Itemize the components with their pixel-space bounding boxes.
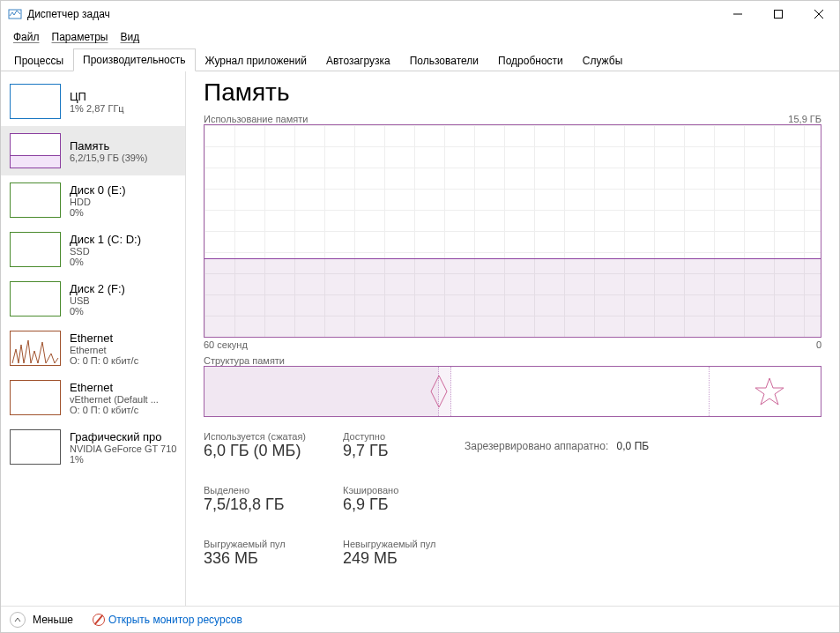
svg-marker-5 bbox=[431, 376, 447, 407]
svg-marker-6 bbox=[755, 378, 784, 405]
disk-thumbnail bbox=[10, 182, 61, 218]
diamond-icon bbox=[429, 374, 449, 409]
sidebar-item-label: Диск 2 (F:) bbox=[70, 282, 125, 295]
sidebar-item-label: Ethernet bbox=[70, 381, 159, 394]
memory-usage-chart[interactable] bbox=[204, 124, 821, 338]
chart-xright: 0 bbox=[816, 339, 821, 350]
menu-options[interactable]: Параметры bbox=[47, 29, 114, 45]
sidebar-item-gpu[interactable]: Графический про NVIDIA GeForce GT 710 1% bbox=[1, 422, 185, 472]
sidebar-item-label: ЦП bbox=[70, 90, 124, 103]
svg-rect-2 bbox=[775, 11, 783, 19]
stat-label: Зарезервировано аппаратно: bbox=[465, 440, 608, 452]
sidebar-item-disk2[interactable]: Диск 2 (F:) USB 0% bbox=[1, 274, 185, 324]
stat-label: Выделено bbox=[204, 485, 318, 495]
ethernet-thumbnail bbox=[10, 380, 61, 415]
stat-label: Доступно bbox=[343, 431, 440, 442]
stat-value: 7,5/18,8 ГБ bbox=[204, 495, 318, 514]
sidebar-item-label: Графический про bbox=[70, 430, 176, 443]
chart-title: Использование памяти bbox=[204, 114, 308, 124]
window-title: Диспетчер задач bbox=[27, 8, 717, 20]
tab-details[interactable]: Подробности bbox=[488, 49, 573, 71]
sidebar-item-label: Диск 0 (E:) bbox=[70, 183, 126, 197]
stat-value: 9,7 ГБ bbox=[343, 442, 440, 460]
open-resource-monitor-link[interactable]: Открыть монитор ресурсов bbox=[93, 614, 242, 626]
star-icon bbox=[754, 376, 785, 406]
tab-services[interactable]: Службы bbox=[573, 49, 632, 71]
stat-label: Кэшировано bbox=[343, 485, 440, 495]
maximize-button[interactable] bbox=[758, 1, 799, 27]
menubar: Файл Параметры Вид bbox=[1, 27, 839, 47]
chart-ymax: 15,9 ГБ bbox=[788, 114, 821, 124]
tab-processes[interactable]: Процессы bbox=[4, 49, 73, 71]
sidebar-item-ethernet1[interactable]: Ethernet vEthernet (Default ... О: 0 П: … bbox=[1, 373, 185, 422]
ethernet-thumbnail bbox=[10, 331, 61, 366]
tabbar: Процессы Производительность Журнал прило… bbox=[1, 47, 839, 71]
chart-xleft: 60 секунд bbox=[204, 339, 248, 350]
app-icon bbox=[8, 7, 22, 21]
titlebar: Диспетчер задач bbox=[1, 1, 839, 27]
sidebar-item-cpu[interactable]: ЦП 1% 2,87 ГГц bbox=[1, 77, 185, 126]
stat-value: 6,9 ГБ bbox=[343, 495, 440, 514]
stat-label: Невыгружаемый пул bbox=[343, 539, 440, 549]
disk-thumbnail bbox=[10, 281, 61, 316]
resource-monitor-icon bbox=[93, 614, 105, 626]
composition-title: Структура памяти bbox=[204, 355, 285, 366]
sidebar-item-disk1[interactable]: Диск 1 (C: D:) SSD 0% bbox=[1, 225, 185, 274]
tab-app-history[interactable]: Журнал приложений bbox=[196, 49, 316, 71]
tab-users[interactable]: Пользователи bbox=[400, 49, 488, 71]
stat-value: 0,0 ПБ bbox=[617, 440, 650, 452]
tab-startup[interactable]: Автозагрузка bbox=[316, 49, 400, 71]
stat-label: Выгружаемый пул bbox=[204, 539, 318, 549]
menu-view[interactable]: Вид bbox=[115, 29, 145, 45]
fewer-details-button[interactable]: Меньше bbox=[33, 614, 73, 626]
sidebar-item-disk0[interactable]: Диск 0 (E:) HDD 0% bbox=[1, 175, 185, 225]
sidebar-item-memory[interactable]: Память 6,2/15,9 ГБ (39%) bbox=[1, 126, 185, 175]
memory-thumbnail bbox=[10, 133, 61, 168]
menu-file[interactable]: Файл bbox=[8, 29, 45, 45]
memory-stats: Используется (сжатая) 6,0 ГБ (0 МБ) Дост… bbox=[204, 431, 821, 568]
disk-thumbnail bbox=[10, 232, 61, 267]
sidebar-item-label: Память bbox=[70, 139, 147, 153]
sidebar: ЦП 1% 2,87 ГГц Память 6,2/15,9 ГБ (39%) … bbox=[1, 71, 186, 606]
minimize-button[interactable] bbox=[717, 1, 758, 27]
page-title: Память bbox=[204, 78, 821, 107]
cpu-thumbnail bbox=[10, 84, 61, 119]
stat-label: Используется (сжатая) bbox=[204, 431, 318, 442]
stat-value: 6,0 ГБ (0 МБ) bbox=[204, 442, 318, 460]
main-panel: Память Использование памяти 15,9 ГБ 60 с… bbox=[186, 71, 839, 606]
tab-performance[interactable]: Производительность bbox=[73, 48, 195, 71]
memory-composition-bar[interactable] bbox=[204, 366, 821, 417]
footer: Меньше Открыть монитор ресурсов bbox=[1, 606, 839, 632]
window-buttons bbox=[717, 1, 839, 27]
sidebar-item-label: Ethernet bbox=[70, 331, 138, 345]
stat-value: 336 МБ bbox=[204, 549, 318, 568]
sidebar-item-ethernet0[interactable]: Ethernet Ethernet О: 0 П: 0 кбит/с bbox=[1, 324, 185, 373]
close-button[interactable] bbox=[799, 1, 839, 27]
chevron-up-icon[interactable] bbox=[10, 612, 26, 628]
gpu-thumbnail bbox=[10, 429, 61, 465]
sidebar-item-label: Диск 1 (C: D:) bbox=[70, 233, 141, 246]
stat-value: 249 МБ bbox=[343, 549, 440, 568]
